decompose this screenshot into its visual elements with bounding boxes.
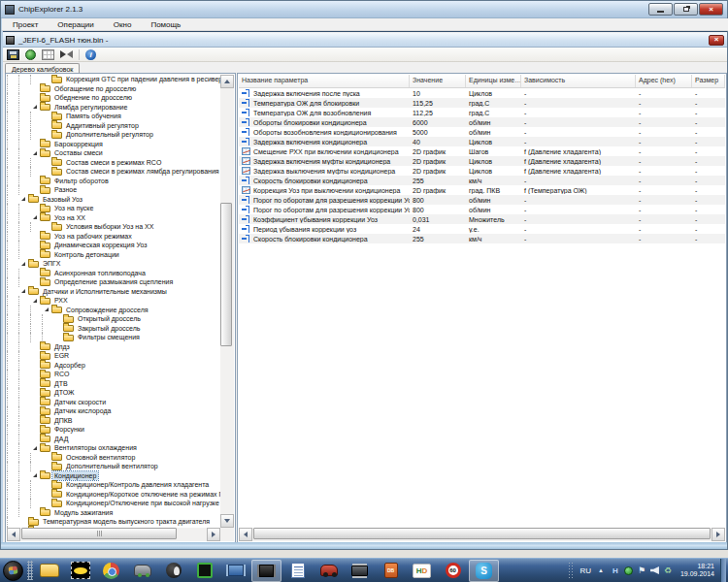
tree-item[interactable]: Динамическая коррекция Уоз <box>7 241 220 250</box>
title-bar[interactable]: ChipExplorer 2.1.3 × <box>1 1 727 18</box>
table-row[interactable]: Период убывания коррекции уоз24у.е.--- <box>239 224 725 234</box>
tree-item-label[interactable]: Составы смеси <box>52 148 105 157</box>
compare-tables-icon[interactable] <box>42 49 54 60</box>
tree-item-label[interactable]: Лямбда регулирование <box>52 103 129 112</box>
tree-item[interactable]: Дополнительный регулятор <box>7 130 220 140</box>
tree-item-label[interactable]: ДПКВ <box>52 416 75 425</box>
tree-item-label[interactable]: Состав смеси в режимах лямбда регулирова… <box>64 167 220 176</box>
tree-item-label[interactable]: Обеднение по дросселю <box>52 93 134 102</box>
table-row[interactable]: Обороты возобновления кондиционирования5… <box>239 127 725 137</box>
chip-blue-icon-button[interactable] <box>220 560 250 582</box>
tree-item[interactable]: Состав смеси в режимах лямбда регулирова… <box>7 167 220 177</box>
join-icon[interactable] <box>60 49 73 60</box>
table-row[interactable]: Температура ОЖ для возобновления112,25гр… <box>239 108 725 117</box>
sync-icon[interactable]: ♻ <box>663 566 673 575</box>
tree-item-label[interactable]: Контроль детонации <box>52 250 121 259</box>
table-row[interactable]: Температура ОЖ для блокировки115,25град.… <box>239 98 725 108</box>
document-icon-button[interactable] <box>282 560 313 582</box>
tree-item-label[interactable]: Температурная модель выпускного тракта д… <box>41 517 212 526</box>
tree-item[interactable]: Закрытый дроссель <box>7 324 220 334</box>
tree-item[interactable]: EGR <box>7 351 220 361</box>
tree-item[interactable]: Барокоррекция <box>7 140 220 149</box>
tree-item[interactable]: RCO <box>7 370 220 379</box>
tree-item[interactable]: Обогащение по дросселю <box>7 84 220 94</box>
table-row[interactable]: Порог по оборотам для разрешения коррекц… <box>239 195 725 205</box>
tree-item[interactable]: Состав смеси в режимах RCO <box>7 158 220 168</box>
scroll-down-button[interactable] <box>220 514 234 528</box>
tree-item-label[interactable]: ДТВ <box>52 379 70 388</box>
collapse-arrow-icon[interactable] <box>30 148 40 158</box>
close-button[interactable]: × <box>699 3 723 16</box>
tree-item[interactable]: Разное <box>7 185 220 195</box>
tree-item-label[interactable]: Датчики и Исполнительные механизмы <box>41 287 169 296</box>
tree-item-label[interactable]: ДАД <box>52 435 70 443</box>
tree-item-label[interactable]: Открытый дроссель <box>76 314 143 323</box>
tree-item[interactable]: Датчик кислорода <box>7 406 220 416</box>
tree-item[interactable]: ДАД <box>7 435 220 444</box>
tree-item-label[interactable]: Закрытый дроссель <box>76 324 142 333</box>
table-row[interactable]: Задержка включения после пуска10Циклов--… <box>239 88 725 98</box>
tree-item-label[interactable]: Уоз на пуске <box>52 204 95 212</box>
scroll-right-button[interactable] <box>711 528 725 541</box>
chrome-icon-button[interactable] <box>96 560 126 582</box>
column-header-0[interactable]: Название параметра <box>239 75 410 87</box>
table-row[interactable]: Задержка включения муфты кондиционера2D … <box>239 156 725 166</box>
tree-item-label[interactable]: Условия выборки Уоз на ХХ <box>64 222 155 231</box>
table-row[interactable]: Задержка выключения муфты кондиционера2D… <box>239 166 725 176</box>
tree-item[interactable]: Сопровождение дросселя <box>7 306 220 315</box>
scooter-icon-button[interactable] <box>158 560 188 582</box>
collapse-arrow-icon[interactable] <box>30 443 40 453</box>
column-header-2[interactable]: Единицы изме… <box>466 75 521 87</box>
tree-item-label[interactable]: Адсорбер <box>52 361 87 370</box>
collapse-arrow-icon[interactable] <box>18 195 28 205</box>
chipexplorer-taskbar-icon-button[interactable] <box>251 560 281 582</box>
explorer-icon-button[interactable] <box>34 560 64 582</box>
show-desktop-button[interactable] <box>720 559 726 582</box>
tree-item-label[interactable]: Датчик кислорода <box>52 406 113 415</box>
tree-item-label[interactable]: РХХ <box>52 296 70 305</box>
tree-item[interactable]: Датчики и Исполнительные механизмы <box>7 287 220 297</box>
tree-item-label[interactable]: EGR <box>52 351 71 360</box>
column-header-5[interactable]: Размер <box>692 75 725 87</box>
document-close-button[interactable]: × <box>709 35 724 46</box>
tree-item-label[interactable]: Фильтры смещения <box>76 333 142 341</box>
tree-item[interactable]: Температурная модель выпускного тракта д… <box>7 517 220 527</box>
collapse-arrow-icon[interactable] <box>30 213 40 223</box>
document-title-bar[interactable]: _JEFI-6_FLASH тюн.bin - × <box>3 33 727 48</box>
tree-item[interactable]: Дополнительный вентилятор <box>7 462 220 471</box>
tree-item-label[interactable]: Дпдз <box>52 342 72 351</box>
tree-item[interactable]: Кондиционер/Контроль давления хладагента <box>7 480 220 490</box>
tree-item-label[interactable]: Динамическая коррекция Уоз <box>52 241 149 249</box>
tree-item-label[interactable]: Аддитивный регулятор <box>64 121 141 130</box>
tree-item[interactable]: Вентиляторы охлаждения <box>7 443 220 453</box>
tree-item[interactable]: Кондиционер/Короткое отключение на режим… <box>7 490 220 500</box>
table-row[interactable]: Задержка включения кондиционера40Циклов-… <box>239 137 725 146</box>
flag-icon[interactable]: ⚑ <box>637 566 646 575</box>
tree-vscroll-thumb[interactable] <box>220 203 232 346</box>
tree-item[interactable]: Аддитивный регулятор <box>7 121 220 131</box>
info-icon[interactable]: i <box>85 49 96 60</box>
tree-item-label[interactable]: Дополнительный регулятор <box>64 130 155 139</box>
tree-item[interactable]: Составы смеси <box>7 148 220 158</box>
tree-item-label[interactable]: Кондиционер/Короткое отключение на режим… <box>64 490 220 499</box>
language-indicator[interactable]: RU <box>576 566 595 575</box>
tree-item[interactable]: Фильтры смещения <box>7 333 220 342</box>
scroll-left-button[interactable] <box>239 528 252 541</box>
checksum-icon[interactable] <box>25 49 36 60</box>
table-hscroll-thumb[interactable] <box>253 528 711 539</box>
table-row[interactable]: Смещение РХХ при включении кондиционера2… <box>239 146 725 156</box>
tree-hscrollbar[interactable] <box>7 528 220 541</box>
column-header-1[interactable]: Значение <box>410 75 466 87</box>
start-button[interactable] <box>3 561 23 581</box>
tree-item-label[interactable]: Уоз на ХХ <box>52 213 87 222</box>
restore-button[interactable] <box>674 3 698 16</box>
tree-item[interactable]: Адсорбер <box>7 361 220 371</box>
tree-hscroll-thumb[interactable] <box>21 528 177 539</box>
hwinfo-icon[interactable]: H <box>611 566 620 575</box>
tree-item[interactable]: Базовый Уоз <box>7 195 220 205</box>
tree-item[interactable]: Открытый дроссель <box>7 314 220 324</box>
tree-item[interactable]: ДТОЖ <box>7 388 220 398</box>
tree-item[interactable]: Условия выборки Уоз на ХХ <box>7 222 220 232</box>
car-red-icon-button[interactable] <box>314 560 344 582</box>
car-gray-icon-button[interactable] <box>127 560 157 582</box>
